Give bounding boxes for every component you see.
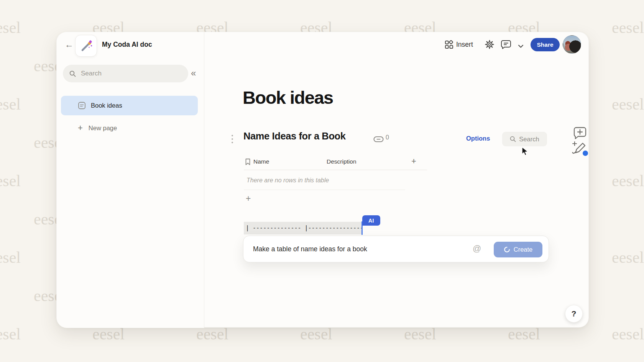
comment-plus-icon — [573, 126, 587, 139]
ai-edit-button[interactable] — [572, 140, 588, 158]
doc-icon-button[interactable] — [75, 35, 97, 57]
section-title: Name Ideas for a Book — [243, 131, 346, 142]
help-button[interactable]: ? — [565, 305, 583, 323]
doc-title: My Coda AI doc — [102, 41, 152, 49]
double-chevron-left-icon: « — [191, 68, 196, 78]
app-window: ← My Coda AI doc « — [56, 32, 589, 328]
page-title: Book ideas — [243, 87, 333, 108]
page-label: Book ideas — [91, 102, 122, 109]
dots-icon — [231, 134, 233, 144]
column-header-description[interactable]: Description — [327, 158, 356, 165]
create-label: Create — [514, 246, 533, 253]
collapse-sidebar-button[interactable]: « — [191, 68, 196, 79]
watermark-text: eesel — [612, 325, 644, 343]
link-count: 0 — [386, 134, 389, 141]
new-page-label: New page — [89, 124, 117, 132]
back-button[interactable]: ← — [63, 38, 75, 51]
link-icon[interactable] — [373, 136, 384, 144]
new-page-button[interactable]: + New page — [61, 120, 198, 136]
ai-badge: AI — [362, 215, 380, 226]
table-bottom-divider — [244, 190, 405, 190]
section-drag-handle[interactable] — [231, 134, 233, 146]
watermark-text: eesel — [404, 325, 436, 343]
watermark-text: eesel — [0, 18, 21, 37]
share-label: Share — [537, 41, 553, 48]
plus-icon: + — [78, 124, 83, 132]
search-input[interactable] — [81, 70, 173, 77]
mouse-cursor — [521, 147, 530, 157]
add-row-button[interactable]: + — [246, 193, 251, 204]
sidebar: ← My Coda AI doc « — [57, 32, 204, 328]
search-icon — [510, 136, 516, 142]
magic-wand-icon — [80, 39, 93, 52]
insert-label[interactable]: Insert — [456, 41, 473, 49]
watermark-text: eesel — [300, 325, 332, 343]
chevron-down-icon — [518, 44, 524, 48]
gear-icon — [485, 40, 494, 49]
watermark-text: eesel — [612, 172, 644, 190]
add-comment-button[interactable] — [573, 126, 587, 141]
table-header-divider — [244, 170, 427, 170]
watermark-text: eesel — [0, 325, 21, 343]
watermark-text: eesel — [0, 95, 21, 113]
share-button[interactable]: Share — [531, 38, 560, 51]
column-header-name[interactable]: Name — [253, 158, 269, 165]
watermark-text: eesel — [0, 248, 21, 267]
watermark-text: eesel — [508, 325, 540, 343]
watermark-text: eesel — [612, 248, 644, 267]
ai-typed-text: | -------------- |---------------- — [244, 222, 362, 234]
insert-button[interactable] — [445, 40, 453, 51]
mention-button[interactable]: @ — [473, 244, 481, 254]
add-column-button[interactable]: + — [411, 156, 416, 166]
ai-prompt-input[interactable]: Make a table of name ideas for a book — [253, 245, 367, 253]
comments-dropdown-button[interactable] — [518, 43, 524, 50]
table-search-label: Search — [519, 136, 539, 143]
watermark-text: eesel — [0, 172, 21, 190]
comments-button[interactable] — [501, 40, 511, 51]
question-mark-icon: ? — [572, 309, 577, 318]
page-icon — [78, 102, 86, 110]
sidebar-item-book-ideas[interactable]: Book ideas — [61, 96, 198, 115]
comment-icon — [501, 40, 511, 49]
insert-grid-icon — [445, 40, 453, 49]
spinner-icon — [504, 246, 510, 253]
sidebar-search[interactable] — [63, 65, 188, 82]
search-icon — [69, 70, 76, 77]
create-button[interactable]: Create — [494, 242, 542, 257]
options-button[interactable]: Options — [466, 135, 490, 142]
ai-pen-icon — [572, 140, 588, 156]
settings-button[interactable] — [485, 40, 494, 51]
watermark-text: eesel — [612, 18, 644, 37]
arrow-left-icon: ← — [65, 39, 74, 50]
user-avatar[interactable] — [563, 35, 581, 54]
table-search-button[interactable]: Search — [502, 132, 547, 146]
table-empty-text: There are no rows in this table — [246, 177, 329, 184]
watermark-text: eesel — [612, 95, 644, 113]
ai-prompt-box[interactable]: Make a table of name ideas for a book @ … — [243, 236, 549, 262]
bookmark-icon — [245, 158, 251, 167]
